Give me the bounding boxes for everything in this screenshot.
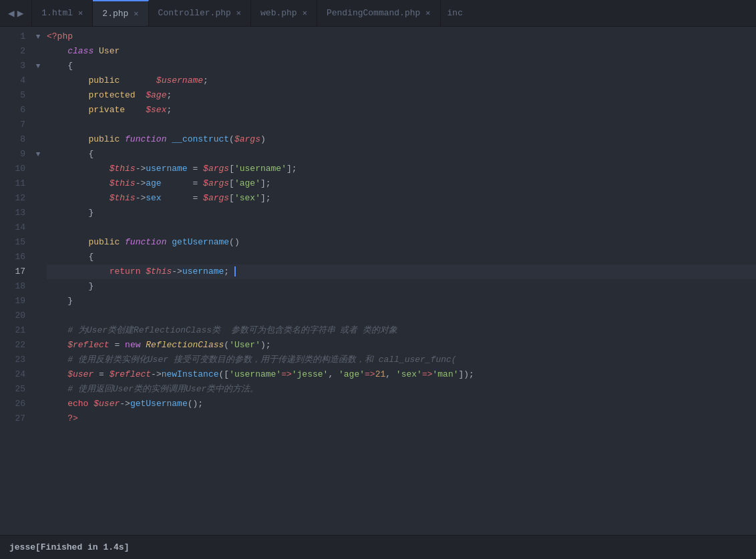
fold-12 [32, 191, 44, 206]
code-line-3: { [47, 59, 756, 73]
ln-7: 7 [7, 118, 25, 132]
tab-webphp-close[interactable]: ✕ [303, 9, 307, 17]
ln-19: 19 [7, 294, 25, 309]
code-line-15: public function getUsername() [47, 235, 756, 250]
fold-11 [32, 176, 44, 191]
ln-14: 14 [7, 220, 25, 235]
code-line-21: # 为User类创建ReflectionClass类 参数可为包含类名的字符串 … [47, 323, 756, 338]
fold-arrows: ▼ ▼ ▼ [32, 27, 44, 535]
code-line-11: $this->age = $args['age']; [47, 176, 756, 191]
fold-5 [32, 88, 44, 103]
fold-6 [32, 103, 44, 118]
code-line-25: # 使用返回User类的实例调用User类中的方法。 [47, 382, 756, 397]
code-line-7 [47, 118, 756, 132]
status-text: jesse[Finished in 1.4s] [9, 542, 129, 552]
ln-21: 21 [7, 323, 25, 338]
fold-27 [32, 411, 44, 426]
code-line-14 [47, 220, 756, 235]
code-line-23: # 使用反射类实例化User 接受可变数目的参数，用于传递到类的构造函数，和 c… [47, 353, 756, 367]
code-line-12: $this->sex = $args['sex']; [47, 191, 756, 206]
fold-19 [32, 294, 44, 309]
tab-bar: ◀ ▶ 1.html ✕ 2.php ✕ Controller.php ✕ we… [0, 0, 756, 27]
code-line-17: return $this->username; [47, 264, 756, 279]
code-editor[interactable]: <?php class User { public $username; pro… [44, 27, 756, 535]
ln-22: 22 [7, 338, 25, 353]
fold-3[interactable]: ▼ [32, 59, 44, 73]
ln-10: 10 [7, 162, 25, 176]
ln-27: 27 [7, 411, 25, 426]
tab-overflow-label: inc [447, 8, 463, 18]
fold-17 [32, 264, 44, 279]
tab-overflow: inc [441, 0, 469, 26]
ln-20: 20 [7, 309, 25, 323]
tab-pendingcommandphp-label: PendingCommand.php [327, 8, 420, 18]
ln-26: 26 [7, 397, 25, 411]
fold-8 [32, 132, 44, 147]
fold-23 [32, 353, 44, 367]
fold-7 [32, 118, 44, 132]
ln-23: 23 [7, 353, 25, 367]
tab-webphp-label: web.php [260, 8, 297, 18]
tab-1html[interactable]: 1.html ✕ [32, 0, 93, 26]
ln-11: 11 [7, 176, 25, 191]
tab-pendingcommandphp-close[interactable]: ✕ [425, 9, 430, 17]
fold-22 [32, 338, 44, 353]
editor-area: 1 2 3 4 5 6 7 8 9 10 11 12 13 14 15 16 1… [0, 27, 756, 535]
tab-1html-close[interactable]: ✕ [78, 9, 83, 17]
tab-2php[interactable]: 2.php ✕ [93, 0, 148, 26]
tab-pendingcommandphp[interactable]: PendingCommand.php ✕ [317, 0, 441, 26]
code-line-27: ?> [47, 411, 756, 426]
code-line-18: } [47, 279, 756, 294]
fold-15 [32, 235, 44, 250]
fold-16 [32, 250, 44, 264]
tab-2php-close[interactable]: ✕ [134, 10, 138, 18]
code-line-19: } [47, 294, 756, 309]
code-line-13: } [47, 206, 756, 220]
code-line-5: protected $age; [47, 88, 756, 103]
nav-right-icon[interactable]: ▶ [17, 7, 24, 20]
fold-1[interactable]: ▼ [32, 29, 44, 44]
nav-left-icon[interactable]: ◀ [8, 7, 15, 20]
ln-16: 16 [7, 250, 25, 264]
ln-9: 9 [7, 147, 25, 162]
ln-1: 1 [7, 29, 25, 44]
ln-18: 18 [7, 279, 25, 294]
ln-4: 4 [7, 73, 25, 88]
fold-10 [32, 162, 44, 176]
code-line-1: <?php [47, 29, 756, 44]
ln-15: 15 [7, 235, 25, 250]
code-line-26: echo $user->getUsername(); [47, 397, 756, 411]
code-line-4: public $username; [47, 73, 756, 88]
fold-21 [32, 323, 44, 338]
tab-1html-label: 1.html [41, 8, 73, 18]
ln-2: 2 [7, 44, 25, 59]
ln-24: 24 [7, 367, 25, 382]
tab-controllerphp-close[interactable]: ✕ [236, 9, 241, 17]
fold-14 [32, 220, 44, 235]
code-line-9: { [47, 147, 756, 162]
fold-18 [32, 279, 44, 294]
tab-controllerphp[interactable]: Controller.php ✕ [149, 0, 251, 26]
fold-9[interactable]: ▼ [32, 147, 44, 162]
tab-webphp[interactable]: web.php ✕ [251, 0, 317, 26]
code-line-16: { [47, 250, 756, 264]
code-line-6: private $sex; [47, 103, 756, 118]
code-line-22: $reflect = new ReflectionClass('User'); [47, 338, 756, 353]
tab-2php-label: 2.php [102, 9, 128, 19]
ln-8: 8 [7, 132, 25, 147]
ln-25: 25 [7, 382, 25, 397]
code-line-2: class User [47, 44, 756, 59]
fold-24 [32, 367, 44, 382]
nav-arrows[interactable]: ◀ ▶ [0, 0, 32, 26]
fold-4 [32, 73, 44, 88]
code-line-10: $this->username = $args['username']; [47, 162, 756, 176]
fold-25 [32, 382, 44, 397]
code-line-8: public function __construct($args) [47, 132, 756, 147]
tab-controllerphp-label: Controller.php [158, 8, 231, 18]
ln-6: 6 [7, 103, 25, 118]
ln-17: 17 [7, 264, 25, 279]
line-numbers: 1 2 3 4 5 6 7 8 9 10 11 12 13 14 15 16 1… [0, 27, 32, 535]
ln-12: 12 [7, 191, 25, 206]
code-line-24: $user = $reflect->newInstance(['username… [47, 367, 756, 382]
fold-26 [32, 397, 44, 411]
